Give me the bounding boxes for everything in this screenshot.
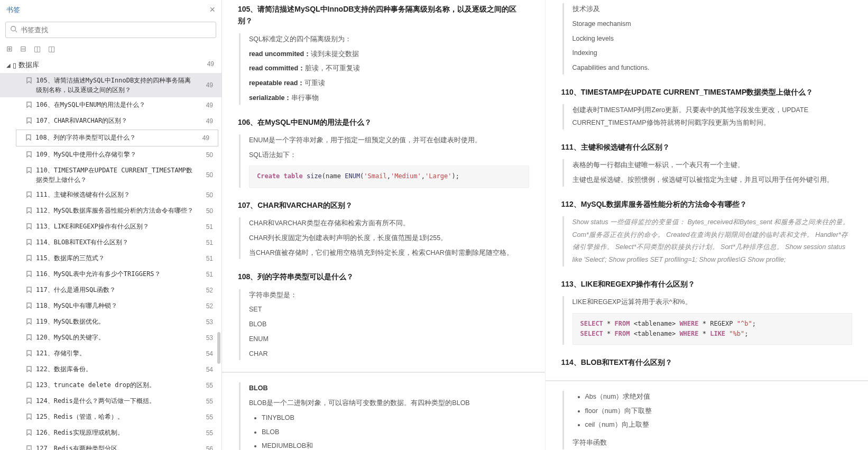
bookmark-label: 114、BLOB和TEXT有什么区别？ bbox=[36, 237, 216, 247]
page-number: 50 bbox=[206, 206, 213, 216]
page-number: 52 bbox=[206, 286, 213, 295]
folder-icon: ▯ bbox=[13, 61, 16, 69]
bookmark-icon bbox=[26, 381, 33, 391]
bookmark-item[interactable]: 125、Redis（管道，哈希）。55 bbox=[0, 409, 221, 425]
q-title: 105、请简洁描述MySQL中InnoDB支持的四种事务隔离级别名称，以及逐级之… bbox=[238, 3, 529, 27]
bookmark-label: 123、truncate delete drop的区别。 bbox=[36, 380, 216, 390]
page-number: 50 bbox=[206, 170, 213, 180]
bookmark-item[interactable]: 105、请简洁描述MySQL中InnoDB支持的四种事务隔离级别名称，以及逐级之… bbox=[0, 73, 221, 97]
q-title: 106、在MySQL中ENUM的用法是什么？ bbox=[238, 116, 529, 128]
bookmark-item[interactable]: 114、BLOB和TEXT有什么区别？51 bbox=[0, 235, 221, 251]
bookmark-item[interactable]: 116、MySQL表中允许有多少个TRIGGERS？51 bbox=[0, 267, 221, 282]
bookmark-label: 126、Redis实现原理或机制。 bbox=[36, 428, 216, 437]
bookmark-item[interactable]: 108、列的字符串类型可以是什么？49 bbox=[16, 130, 218, 146]
question-111: 111、主键和候选键有什么区别？ 表格的每一行都由主键唯一标识，一个表只有一个主… bbox=[561, 141, 853, 187]
bookmark-item[interactable]: 110、TIMESTAMP在UPDATE CURRENT_TIMESTAMP数据… bbox=[0, 163, 221, 187]
bookmark-label: 124、Redis是什么？两句话做一下概括。 bbox=[36, 396, 216, 406]
search-input[interactable] bbox=[21, 26, 211, 34]
bookmark-label: 125、Redis（管道，哈希）。 bbox=[36, 412, 216, 421]
question-105: 105、请简洁描述MySQL中InnoDB支持的四种事务隔离级别名称，以及逐级之… bbox=[238, 3, 529, 105]
bookmark-item[interactable]: 120、MySQL的关键字。53 bbox=[0, 330, 221, 346]
bookmark-icon bbox=[26, 397, 33, 407]
bookmark-label: 109、MySQL中使用什么存储引擎？ bbox=[36, 150, 216, 159]
bookmark-icon bbox=[26, 413, 33, 423]
bookmark-tree: ◢ ▯ 数据库 49 105、请简洁描述MySQL中InnoDB支持的四种事务隔… bbox=[0, 57, 221, 450]
bookmark-label: 119、MySQL数据优化。 bbox=[36, 317, 216, 326]
page-number: 52 bbox=[206, 301, 213, 311]
expand-icon: ◢ bbox=[6, 62, 11, 68]
bookmark-label: 112、MySQL数据库服务器性能分析的方法命令有哪些？ bbox=[36, 206, 216, 215]
page-number: 49 bbox=[206, 100, 213, 110]
question-106: 106、在MySQL中ENUM的用法是什么？ ENUM是一个字符串对象，用于指定… bbox=[238, 116, 529, 188]
svg-line-1 bbox=[15, 31, 17, 33]
close-icon[interactable]: × bbox=[209, 4, 215, 15]
bookmark-icon bbox=[26, 270, 33, 280]
bookmark-icon bbox=[26, 191, 33, 200]
bookmark-icon bbox=[26, 334, 33, 343]
bookmark-icon bbox=[26, 134, 32, 143]
bookmark-item[interactable]: 112、MySQL数据库服务器性能分析的方法命令有哪些？50 bbox=[0, 203, 221, 219]
bookmark-item[interactable]: 122、数据库备份。54 bbox=[0, 362, 221, 378]
page-number: 54 bbox=[206, 365, 213, 374]
page-number: 49 bbox=[202, 133, 209, 143]
bookmark-item[interactable]: 109、MySQL中使用什么存储引擎？50 bbox=[0, 147, 221, 163]
bookmark-icon[interactable]: ◫ bbox=[34, 44, 41, 53]
bookmark-item[interactable]: 127、Redis有两种类型分区。56 bbox=[0, 441, 221, 450]
q-title: 107、CHAR和VARCHAR的区别？ bbox=[238, 199, 529, 211]
bookmark-item[interactable]: 119、MySQL数据优化。53 bbox=[0, 314, 221, 330]
page-right: 技术涉及 Storage mechanism Locking levels In… bbox=[545, 0, 869, 450]
page-number: 53 bbox=[206, 317, 213, 327]
code-block: Create table size(name ENUM('Smail,'Medi… bbox=[249, 166, 529, 187]
question-110: 110、TIMESTAMP在UPDATE CURRENT_TIMESTAMP数据… bbox=[561, 86, 853, 130]
bookmark-item[interactable]: 115、数据库的三范式？51 bbox=[0, 251, 221, 267]
bookmark-icon bbox=[26, 286, 33, 296]
page-number: 50 bbox=[206, 150, 213, 160]
tree-root[interactable]: ◢ ▯ 数据库 49 bbox=[0, 57, 221, 73]
bookmark-item[interactable]: 113、LIKE和REGEXP操作有什么区别？51 bbox=[0, 219, 221, 235]
bookmark-item[interactable]: 107、CHAR和VARCHAR的区别？49 bbox=[0, 113, 221, 129]
page-number: 53 bbox=[206, 333, 213, 343]
bookmark-item[interactable]: 121、存储引擎。54 bbox=[0, 346, 221, 362]
sidebar-title: 书签 bbox=[6, 5, 20, 15]
bookmark-label: 107、CHAR和VARCHAR的区别？ bbox=[36, 116, 216, 125]
new-folder-icon[interactable]: ⊟ bbox=[20, 44, 26, 53]
sidebar-toolbar: ⊞ ⊟ ◫ ◫ bbox=[0, 42, 221, 57]
bookmark-label: 121、存储引擎。 bbox=[36, 348, 216, 358]
bookmark-icon bbox=[26, 117, 33, 126]
bookmark-icon bbox=[26, 238, 33, 248]
search-box[interactable] bbox=[5, 22, 216, 38]
bookmark-item[interactable]: 117、什么是通用SQL函数？52 bbox=[0, 282, 221, 298]
question-114: 114、BLOB和TEXT有什么区别？ bbox=[561, 356, 853, 368]
bookmark-icon bbox=[26, 223, 33, 232]
bookmark-item[interactable]: 118、MySQL中有哪几种锁？52 bbox=[0, 298, 221, 314]
bookmark-label: 106、在MySQL中ENUM的用法是什么？ bbox=[36, 100, 216, 109]
scrollbar[interactable] bbox=[217, 57, 220, 450]
page-number: 51 bbox=[206, 270, 213, 279]
bookmark-icon bbox=[26, 254, 33, 264]
bookmark-label: 116、MySQL表中允许有多少个TRIGGERS？ bbox=[36, 269, 216, 279]
page-number: 56 bbox=[206, 444, 213, 450]
svg-point-0 bbox=[11, 26, 16, 31]
bookmark-icon bbox=[26, 302, 33, 311]
code-block: SELECT * FROM <tablename> WHERE * REGEXP… bbox=[572, 313, 853, 345]
bookmark-item[interactable]: 123、truncate delete drop的区别。55 bbox=[0, 378, 221, 393]
question-113: 113、LIKE和REGEXP操作有什么区别？ LIKE和REGEXP运算符用于… bbox=[561, 278, 853, 345]
bookmark-item[interactable]: 106、在MySQL中ENUM的用法是什么？49 bbox=[0, 97, 221, 113]
page-number: 51 bbox=[206, 222, 213, 232]
bookmark-icon bbox=[26, 77, 33, 86]
bookmark-icon bbox=[26, 445, 33, 450]
bookmark-icon bbox=[26, 151, 33, 160]
bookmark-item[interactable]: 126、Redis实现原理或机制。55 bbox=[0, 425, 221, 441]
bookmark-icon bbox=[26, 365, 33, 375]
bookmark-alt-icon[interactable]: ◫ bbox=[48, 44, 55, 53]
bookmark-label: 108、列的字符串类型可以是什么？ bbox=[35, 133, 213, 142]
page-number: 54 bbox=[206, 349, 213, 359]
question-107: 107、CHAR和VARCHAR的区别？ CHAR和VARCHAR类型在存储和检… bbox=[238, 199, 529, 260]
root-label: 数据库 bbox=[19, 60, 39, 70]
bookmark-item[interactable]: 111、主键和候选键有什么区别？50 bbox=[0, 187, 221, 203]
functions: Abs（num）求绝对值 floor（num）向下取整 ceil（num）向上取… bbox=[561, 391, 853, 449]
bookmark-item[interactable]: 124、Redis是什么？两句话做一下概括。55 bbox=[0, 393, 221, 409]
topbox: 技术涉及 Storage mechanism Locking levels In… bbox=[561, 3, 853, 75]
new-bookmark-icon[interactable]: ⊞ bbox=[6, 44, 13, 53]
bookmark-label: 127、Redis有两种类型分区。 bbox=[36, 444, 216, 450]
